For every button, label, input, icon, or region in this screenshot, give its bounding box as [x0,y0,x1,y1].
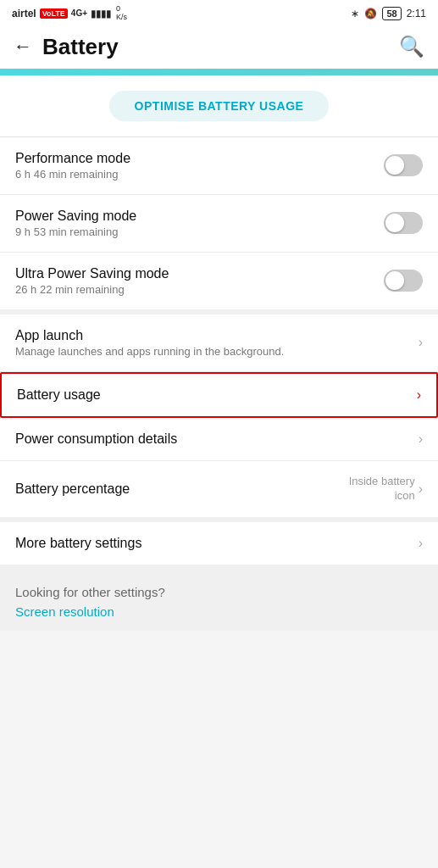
bluetooth-icon: ∗ [351,8,359,19]
battery-percentage-right-text: Inside batteryicon [349,475,415,504]
page-title: Battery [42,34,389,60]
app-launch-chevron: › [419,335,423,350]
power-consumption-left: Power consumption details [15,431,419,447]
status-right: ∗ 🔕 58 2:11 [351,7,426,20]
power-saving-item[interactable]: Power Saving mode 9 h 53 min remaining [0,195,438,253]
status-bar: airtel VoLTE 4G+ ▮▮▮▮ 0K/s ∗ 🔕 58 2:11 [0,0,438,25]
battery-percentage-right: Inside batteryicon › [349,475,423,504]
silent-icon: 🔕 [364,8,377,19]
data-speed: 0K/s [116,5,127,22]
looking-title: Looking for other settings? [15,585,423,599]
battery-percentage-chevron: › [419,481,423,497]
performance-mode-subtitle: 6 h 46 min remaining [15,168,384,181]
optimise-section: OPTIMISE BATTERY USAGE [0,75,438,137]
power-consumption-title: Power consumption details [15,431,419,447]
app-launch-subtitle: Manage launches and apps running in the … [15,345,419,358]
signal-bars: ▮▮▮▮ [91,8,111,19]
more-battery-settings-left: More battery settings [15,536,419,551]
battery-usage-title: Battery usage [17,387,417,403]
ultra-power-saving-item[interactable]: Ultra Power Saving mode 26 h 22 min rema… [0,253,438,309]
network-type: 4G+ [71,8,87,18]
app-launch-item[interactable]: App launch Manage launches and apps runn… [0,314,438,372]
more-battery-settings-title: More battery settings [15,536,419,551]
status-left: airtel VoLTE 4G+ ▮▮▮▮ 0K/s [12,5,127,22]
power-saving-left: Power Saving mode 9 h 53 min remaining [15,209,384,238]
app-bar: ← Battery 🔍 [0,25,438,69]
app-launch-left: App launch Manage launches and apps runn… [15,328,419,358]
app-launch-title: App launch [15,328,419,343]
power-consumption-item[interactable]: Power consumption details › [0,418,438,461]
battery-bar [0,69,438,75]
battery-indicator: 58 [382,7,401,20]
battery-usage-left: Battery usage [17,387,417,403]
volte-badge: VoLTE [40,8,68,19]
search-button[interactable]: 🔍 [399,35,424,58]
screen-resolution-link[interactable]: Screen resolution [15,604,423,619]
performance-mode-title: Performance mode [15,151,384,166]
battery-usage-chevron: › [417,387,421,403]
time-text: 2:11 [407,8,426,19]
power-consumption-chevron: › [419,431,423,447]
more-settings-group: More battery settings › [0,522,438,570]
battery-percentage-title: Battery percentage [15,481,349,497]
menu-items-group: App launch Manage launches and apps runn… [0,314,438,522]
battery-percentage-item[interactable]: Battery percentage Inside batteryicon › [0,461,438,517]
more-battery-settings-item[interactable]: More battery settings › [0,522,438,565]
carrier-text: airtel [12,8,36,19]
battery-percentage-left: Battery percentage [15,481,349,497]
power-saving-toggle[interactable] [384,212,423,234]
more-battery-settings-chevron: › [419,536,423,551]
ultra-power-saving-toggle[interactable] [384,270,423,292]
optimise-button[interactable]: OPTIMISE BATTERY USAGE [109,91,330,121]
ultra-power-saving-subtitle: 26 h 22 min remaining [15,283,384,296]
back-button[interactable]: ← [14,37,32,56]
power-saving-title: Power Saving mode [15,209,384,224]
performance-mode-toggle[interactable] [384,154,423,176]
ultra-power-saving-title: Ultra Power Saving mode [15,266,384,281]
battery-usage-item[interactable]: Battery usage › [0,372,438,418]
ultra-power-saving-left: Ultra Power Saving mode 26 h 22 min rema… [15,266,384,296]
performance-mode-item[interactable]: Performance mode 6 h 46 min remaining [0,137,438,195]
power-modes-group: Performance mode 6 h 46 min remaining Po… [0,137,438,314]
performance-mode-left: Performance mode 6 h 46 min remaining [15,151,384,181]
power-saving-subtitle: 9 h 53 min remaining [15,225,384,238]
looking-section: Looking for other settings? Screen resol… [0,570,438,631]
